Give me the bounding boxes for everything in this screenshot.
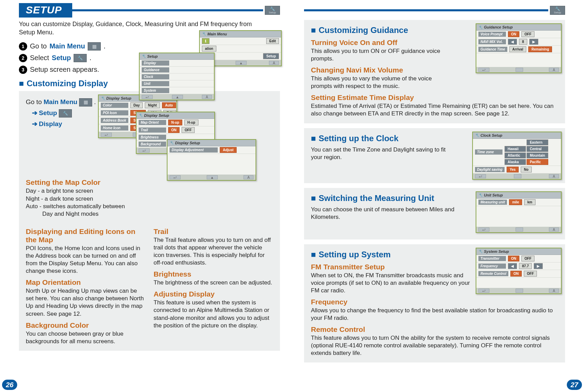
orient-head: Map Orientation bbox=[26, 278, 145, 287]
trail-head: Trail bbox=[154, 227, 273, 236]
freq-up[interactable]: ▶ bbox=[534, 263, 543, 269]
icons-body: POI Icons, the Home Icon and Icons used … bbox=[26, 245, 145, 275]
map-color-l4: Day and Night modes bbox=[26, 210, 273, 218]
main-menu-icon bbox=[88, 42, 101, 51]
step-1-text-b: . bbox=[104, 42, 106, 50]
step-2-link: Setup bbox=[52, 54, 71, 62]
wrench-icon: 🔧 bbox=[202, 32, 206, 36]
screenshot-display-setup-3: 🔧Display Setup Display AdjustmentAdjust … bbox=[167, 139, 256, 181]
step-2-text-a: Select bbox=[30, 54, 49, 62]
setup-button[interactable]: Setup bbox=[263, 53, 279, 59]
title-rule bbox=[72, 9, 263, 11]
bright-head: Brightness bbox=[154, 270, 273, 278]
unit-box: ■Switching the Measuring Unit You can ch… bbox=[304, 188, 565, 239]
vol-up[interactable]: ▶ bbox=[529, 39, 538, 45]
guidance-box: ■Customizing Guidance Turning Voice On a… bbox=[304, 20, 565, 123]
screenshot-system-setup: 🔧System Setup TransmitterONOFF Frequency… bbox=[476, 248, 562, 294]
title-bar: SETUP 🔧 Setup bbox=[19, 3, 280, 17]
step-3-badge: 3 bbox=[19, 66, 27, 74]
step-2-text-b: . bbox=[89, 54, 91, 62]
map-color-l2: Night - a dark tone screen bbox=[26, 195, 273, 203]
step-1-link: Main Menu bbox=[50, 42, 85, 50]
page-number-right: 27 bbox=[567, 380, 582, 390]
step-1-badge: 1 bbox=[19, 42, 27, 51]
adj-head: Adjusting Display bbox=[154, 290, 273, 298]
orient-body: North Up or Heading Up map views can be … bbox=[26, 287, 145, 317]
map-color-l3: Auto - switches automatically between bbox=[26, 203, 273, 210]
page-number-left: 26 bbox=[2, 380, 17, 390]
setup-mini-icon bbox=[59, 109, 72, 117]
customizing-display-box: Go to Main Menu . ➔Setup ➔Display 🔧Displ… bbox=[19, 91, 280, 351]
step-2-badge: 2 bbox=[19, 54, 27, 62]
wrench-icon: 🔧 bbox=[270, 7, 275, 11]
main-menu-icon bbox=[79, 98, 92, 107]
freq-down[interactable]: ◀ bbox=[508, 263, 517, 269]
clock-box: ■Setting up the Clock You can set the Ti… bbox=[304, 128, 565, 183]
icons-head: Displaying and Editing Icons on the Map bbox=[26, 227, 145, 244]
system-box: ■Setting up System FM Transmitter Setup … bbox=[304, 244, 565, 363]
setup-badge-icon-right: 🔧 Setup bbox=[550, 6, 565, 15]
adj-body: This feature is used when the system is … bbox=[154, 299, 273, 329]
screenshot-clock-setup: 🔧Clock Setup Time zone Eastern Hawaii Ce… bbox=[472, 132, 562, 180]
wrench-icon: 🔧 bbox=[555, 7, 560, 11]
page-right: 🔧 Setup ■Customizing Guidance Turning Vo… bbox=[292, 0, 584, 392]
bright-body: The brightness of the screen can be adju… bbox=[154, 279, 273, 287]
info-icon: ℹ bbox=[202, 38, 209, 44]
trail-body: The Trail feature allows you to turn on … bbox=[154, 236, 273, 267]
steps: 1 Go to Main Menu . 2 Select Setup . 3 S… bbox=[19, 42, 280, 74]
bg-body: You can choose between gray or blue back… bbox=[26, 330, 145, 345]
setup-badge-icon: 🔧 Setup bbox=[265, 6, 280, 15]
title-bar-right: 🔧 Setup bbox=[304, 3, 565, 17]
page-left: SETUP 🔧 Setup You can customize Display,… bbox=[0, 0, 292, 392]
vol-down[interactable]: ◀ bbox=[508, 39, 517, 45]
setup-badge-label: Setup bbox=[269, 11, 276, 14]
screenshot-guidance-setup: 🔧Guidance Setup Voice PromptONOFF NAVI M… bbox=[476, 23, 562, 73]
step-1-text-a: Go to bbox=[30, 42, 47, 50]
setup-title-tab: SETUP bbox=[19, 3, 72, 18]
screenshot-unit-setup: 🔧Unit Setup Measuring unitmilekm ⮐A bbox=[476, 191, 562, 233]
edit-button[interactable]: Edit bbox=[266, 38, 279, 44]
step-3-text: Setup screen appears. bbox=[30, 66, 99, 74]
bg-head: Background Color bbox=[26, 321, 145, 329]
map-color-l1: Day - a bright tone screen bbox=[26, 187, 273, 195]
screenshot-setup: 🔧Setup Display Guidance Clock Unit Syste… bbox=[139, 53, 215, 100]
setup-mini-icon bbox=[74, 54, 87, 62]
title-rule-right bbox=[304, 9, 548, 11]
